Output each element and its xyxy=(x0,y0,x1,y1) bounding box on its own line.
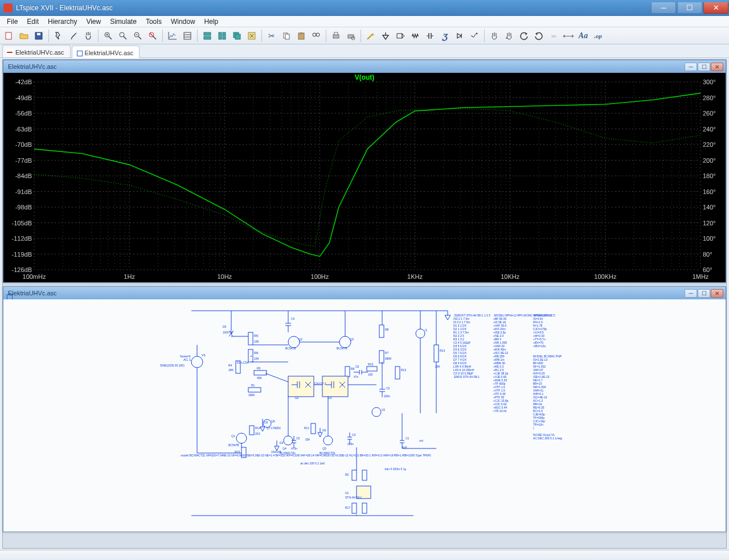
toolbar-cascade[interactable] xyxy=(230,29,244,43)
document-tab-waveform[interactable]: ElektriaUHVc.asc xyxy=(2,45,71,57)
toolbar-new[interactable] xyxy=(2,29,16,43)
menu-view[interactable]: View xyxy=(81,17,105,27)
toolbar-save[interactable] xyxy=(32,29,46,43)
svg-line-14 xyxy=(150,33,153,36)
child-close-button[interactable]: ✕ xyxy=(711,63,723,71)
toolbar-ind[interactable]: ʒ xyxy=(438,29,452,43)
svg-point-186 xyxy=(251,356,252,357)
waveform-window-titlebar[interactable]: ElektriaUHVc.asc ─ ☐ ✕ xyxy=(3,60,726,73)
svg-text:.ENDS STN-AV-58-1: .ENDS STN-AV-58-1 xyxy=(453,375,480,378)
toolbar-zoom-back[interactable] xyxy=(146,29,159,43)
toolbar-resistor[interactable] xyxy=(408,29,422,43)
svg-text:300°: 300° xyxy=(703,79,716,85)
toolbar-rotate[interactable]: ⎓ xyxy=(547,29,560,43)
svg-point-276 xyxy=(284,436,293,445)
toolbar-cap[interactable] xyxy=(423,29,437,43)
svg-rect-183 xyxy=(248,349,253,362)
child-minimize-button[interactable]: ─ xyxy=(685,63,697,71)
app-icon xyxy=(3,3,13,13)
menu-file[interactable]: File xyxy=(2,17,22,27)
svg-text:R11: R11 xyxy=(304,426,309,430)
toolbar-paste[interactable] xyxy=(294,29,308,43)
child-close-button[interactable]: ✕ xyxy=(711,289,723,298)
svg-rect-261 xyxy=(249,426,254,435)
toolbar-zoom-out[interactable] xyxy=(116,29,130,43)
svg-text:Q5: Q5 xyxy=(322,447,326,450)
toolbar-zoom-fit[interactable] xyxy=(131,29,145,43)
toolbar-diode[interactable] xyxy=(453,29,466,43)
svg-point-258 xyxy=(236,433,247,443)
schematic-window-title: ElektriaUHVc.asc xyxy=(8,290,57,297)
svg-rect-2 xyxy=(37,33,40,35)
svg-text:180°: 180° xyxy=(703,172,716,179)
svg-text:V(out): V(out) xyxy=(355,73,375,81)
toolbar-redo[interactable] xyxy=(532,29,546,43)
menu-hierarchy[interactable]: Hierarchy xyxy=(43,17,81,27)
svg-point-256 xyxy=(372,407,381,417)
window-close-button[interactable]: ✕ xyxy=(703,2,728,14)
menu-simulate[interactable]: Simulate xyxy=(105,17,141,27)
toolbar-plot-settings[interactable] xyxy=(181,29,194,43)
svg-text:260°: 260° xyxy=(703,110,716,117)
window-minimize-button[interactable]: ─ xyxy=(651,2,676,14)
svg-text:-49dB: -49dB xyxy=(15,94,32,101)
bode-plot[interactable]: V(out)-126dB60°-119dB80°-112dB100°-105dB… xyxy=(3,73,726,282)
svg-point-278 xyxy=(323,436,333,445)
svg-text:C1: C1 xyxy=(406,437,409,440)
menu-window[interactable]: Window xyxy=(166,17,200,27)
child-maximize-button[interactable]: ☐ xyxy=(698,289,710,298)
document-tab-schematic[interactable]: ElektriaUHVc.asc xyxy=(72,46,140,58)
menu-tools[interactable]: Tools xyxy=(141,17,166,27)
menu-help[interactable]: Help xyxy=(200,17,223,27)
toolbar-tile-vert[interactable] xyxy=(215,29,229,43)
toolbar-ground[interactable] xyxy=(379,29,392,43)
toolbar-close-window[interactable] xyxy=(245,29,259,43)
svg-text:15K: 15K xyxy=(254,340,260,343)
toolbar-open[interactable] xyxy=(17,29,31,43)
toolbar-mirror[interactable]: ⟷ xyxy=(562,29,575,43)
svg-text:120°: 120° xyxy=(703,220,716,227)
svg-text:-56dB: -56dB xyxy=(15,110,32,117)
svg-rect-30 xyxy=(285,34,289,39)
toolbar-print-setup[interactable] xyxy=(344,29,358,43)
toolbar-tile-horz[interactable] xyxy=(200,29,214,43)
toolbar-cut[interactable]: ✂ xyxy=(265,29,279,43)
child-minimize-button[interactable]: ─ xyxy=(685,289,697,298)
svg-rect-20 xyxy=(204,32,211,35)
svg-marker-291 xyxy=(318,433,322,437)
svg-text:22k: 22k xyxy=(305,438,310,441)
svg-text:D6: D6 xyxy=(322,429,326,432)
svg-text:80°: 80° xyxy=(703,251,712,258)
window-maximize-button[interactable]: ☐ xyxy=(677,2,702,14)
child-maximize-button[interactable]: ☐ xyxy=(698,63,710,71)
svg-text:10Hz: 10Hz xyxy=(217,273,232,280)
svg-text:100mHz: 100mHz xyxy=(23,273,46,280)
toolbar-undo[interactable] xyxy=(517,29,531,43)
svg-text:-98dB: -98dB xyxy=(15,204,32,211)
toolbar-halt[interactable] xyxy=(67,29,80,43)
svg-text:100Hz: 100Hz xyxy=(311,273,329,280)
toolbar-spice[interactable]: .op xyxy=(591,29,605,43)
schematic-canvas[interactable]: V1AC 1SINE(1550 30 100)Noise=0D51N5708R5… xyxy=(3,299,726,532)
toolbar-drag[interactable] xyxy=(502,29,516,43)
toolbar-autorange[interactable] xyxy=(166,29,179,43)
svg-rect-288 xyxy=(311,423,316,434)
schematic-window-titlebar[interactable]: ElektriaUHVc.asc ─ ☐ ✕ xyxy=(3,287,726,299)
toolbar-copy[interactable] xyxy=(280,29,293,43)
svg-text:Q4: Q4 xyxy=(282,447,286,450)
svg-text:2K2: 2K2 xyxy=(255,432,260,435)
svg-rect-208 xyxy=(345,367,350,377)
toolbar-zoom-in[interactable] xyxy=(101,29,115,43)
toolbar-wire[interactable] xyxy=(364,29,378,43)
svg-text:U1: U1 xyxy=(345,491,349,495)
toolbar-text[interactable]: Aa xyxy=(576,29,590,43)
svg-text:Q7 LT665C: Q7 LT665C xyxy=(267,426,281,430)
toolbar-component[interactable] xyxy=(468,29,481,43)
toolbar-run[interactable] xyxy=(52,29,65,43)
toolbar-find[interactable] xyxy=(309,29,323,43)
toolbar-label[interactable] xyxy=(394,29,407,43)
menu-edit[interactable]: Edit xyxy=(22,17,43,27)
toolbar-print[interactable] xyxy=(329,29,343,43)
toolbar-move[interactable] xyxy=(488,29,501,43)
toolbar-pan[interactable] xyxy=(81,29,95,43)
